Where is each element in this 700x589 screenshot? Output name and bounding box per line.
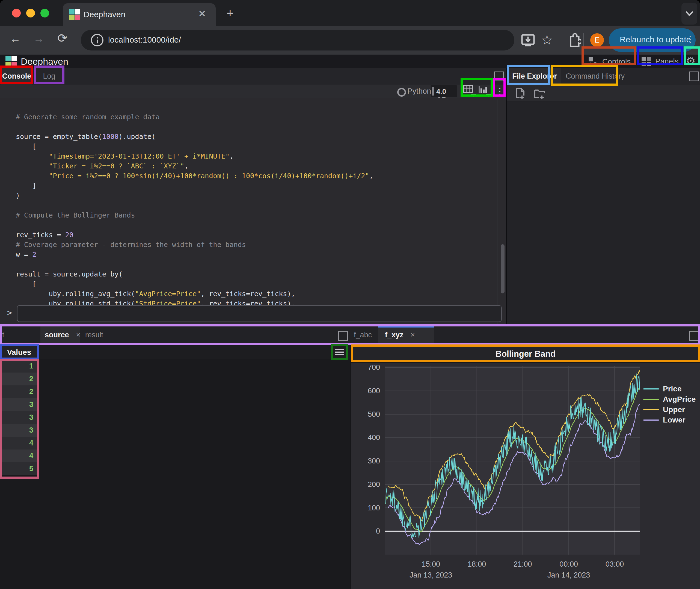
tab-console[interactable]: Console xyxy=(1,68,32,84)
install-app-icon[interactable] xyxy=(521,33,535,48)
svg-text:00:00: 00:00 xyxy=(559,560,578,568)
table-row[interactable]: 3 xyxy=(0,398,38,411)
favicon-deephaven xyxy=(69,9,80,20)
tab-search-button[interactable] xyxy=(681,3,697,25)
extensions-icon[interactable] xyxy=(567,33,581,48)
tab-f-xyz[interactable]: f_xyz × xyxy=(378,327,434,343)
svg-text:600: 600 xyxy=(368,387,380,395)
tab-close-icon[interactable]: ✕ xyxy=(198,8,206,19)
app-header: Deephaven Controls Panels ⚙ xyxy=(0,54,700,69)
relaunch-button[interactable]: Relaunch to update ⋮ xyxy=(609,28,696,52)
panels-grid-icon xyxy=(641,56,651,66)
browser-tab-title: Deephaven xyxy=(83,10,125,19)
tab-partial-t[interactable]: t xyxy=(0,327,13,343)
forward-icon[interactable]: → xyxy=(33,33,44,45)
svg-text:Jan 14, 2023: Jan 14, 2023 xyxy=(547,571,590,579)
chart-panel-maximize-icon[interactable] xyxy=(689,331,699,341)
tab-source[interactable]: source × xyxy=(40,327,80,343)
relaunch-label: Relaunch to update xyxy=(620,35,691,44)
tab-result[interactable]: result xyxy=(81,327,116,343)
back-icon[interactable]: ← xyxy=(10,33,21,45)
legend-swatch xyxy=(643,409,659,410)
file-explorer-body[interactable] xyxy=(507,103,700,325)
tab-file-explorer[interactable]: File Explorer xyxy=(508,68,561,84)
panels-button[interactable]: Panels xyxy=(641,56,679,66)
table-row[interactable]: 3 xyxy=(0,424,38,437)
code-content[interactable]: # Generate some random example data sour… xyxy=(16,112,373,319)
active-tab-indicator xyxy=(378,327,434,328)
tab-log[interactable]: Log xyxy=(35,68,63,84)
bookmark-star-icon[interactable]: ☆ xyxy=(541,32,553,47)
table-row[interactable]: 3 xyxy=(0,411,38,424)
close-icon[interactable]: × xyxy=(76,331,80,339)
browser-tab[interactable]: Deephaven ✕ xyxy=(63,3,216,26)
chart-panel: Bollinger Band 010020030040050060070015:… xyxy=(351,343,700,589)
table-row[interactable]: 1 xyxy=(0,360,38,373)
bottom-tab-strip: t source × result f_abc f_xyz × xyxy=(0,327,700,343)
legend-item-upper[interactable]: Upper xyxy=(643,404,696,415)
table-dropdown-button[interactable] xyxy=(463,85,478,98)
profile-avatar[interactable]: E xyxy=(590,33,604,47)
console-tab-row: Console Log xyxy=(0,68,506,84)
table-row[interactable]: 2 xyxy=(0,373,38,385)
table-row[interactable]: 2 xyxy=(0,385,38,398)
chevron-down-icon xyxy=(681,3,697,25)
svg-text:200: 200 xyxy=(368,480,380,488)
browser-tab-bar: Deephaven ✕ + xyxy=(0,0,700,26)
legend-item-avgprice[interactable]: AvgPrice xyxy=(643,394,696,404)
tab-command-history[interactable]: Command History xyxy=(562,68,628,84)
legend-item-price[interactable]: Price xyxy=(643,384,696,394)
relaunch-menu-icon[interactable]: ⋮ xyxy=(686,34,695,44)
tab-f-abc[interactable]: f_abc xyxy=(351,327,377,343)
table-row[interactable]: 4 xyxy=(0,449,38,462)
address-bar[interactable]: localhost:10000/ide/ xyxy=(81,30,514,50)
controls-label: Controls xyxy=(602,57,631,66)
values-column-header[interactable]: Values xyxy=(0,346,38,359)
table-panel-maximize-icon[interactable] xyxy=(338,331,348,341)
close-icon[interactable]: × xyxy=(410,331,415,339)
new-file-icon[interactable] xyxy=(515,87,527,100)
traffic-light-minimize[interactable] xyxy=(26,9,35,17)
chart-body[interactable]: 010020030040050060070015:0018:0021:0000:… xyxy=(351,363,700,589)
url-text: localhost:10000/ide/ xyxy=(108,35,181,44)
chart-dropdown-button[interactable] xyxy=(478,85,493,98)
table-row[interactable]: 5 xyxy=(0,462,38,475)
site-info-icon[interactable] xyxy=(91,34,104,47)
explorer-tab-row: File Explorer Command History xyxy=(507,68,700,84)
console-maximize-icon[interactable] xyxy=(494,71,504,81)
traffic-light-close[interactable] xyxy=(12,9,21,17)
browser-toolbar: ← → ⟳ localhost:10000/ide/ ☆ E Relaunch … xyxy=(0,26,700,54)
editor-scrollbar-thumb[interactable] xyxy=(501,244,505,293)
console-input[interactable] xyxy=(17,305,502,322)
console-prompt: > xyxy=(7,308,12,318)
svg-text:500: 500 xyxy=(368,410,380,418)
svg-text:100: 100 xyxy=(368,504,380,512)
new-folder-icon[interactable] xyxy=(534,87,547,100)
svg-text:21:00: 21:00 xyxy=(514,560,532,568)
memory-meter-bar xyxy=(432,87,434,95)
editor-scrollbar-track xyxy=(497,99,497,325)
table-row[interactable]: 4 xyxy=(0,437,38,449)
controls-button[interactable]: Controls xyxy=(587,56,631,67)
app-title: Deephaven xyxy=(21,56,68,67)
chart-title: Bollinger Band xyxy=(353,347,698,361)
new-tab-icon[interactable]: + xyxy=(227,8,234,18)
svg-text:400: 400 xyxy=(368,433,380,442)
values-table-panel: Values 122333445 xyxy=(0,343,350,589)
legend-item-lower[interactable]: Lower xyxy=(643,415,696,425)
traffic-light-zoom[interactable] xyxy=(40,9,49,17)
code-editor[interactable]: # Generate some random example data sour… xyxy=(0,98,506,325)
deephaven-logo-icon xyxy=(5,56,17,67)
shapes-icon xyxy=(587,56,598,67)
svg-text:300: 300 xyxy=(368,457,380,465)
screen: Deephaven ✕ + ← → ⟳ localhost:10000/ide/… xyxy=(0,0,700,589)
panel-divider[interactable] xyxy=(506,68,507,325)
explorer-maximize-icon[interactable] xyxy=(689,71,699,81)
svg-text:0: 0 xyxy=(376,527,380,535)
reload-icon[interactable]: ⟳ xyxy=(57,31,67,45)
legend-swatch xyxy=(643,419,659,421)
table-menu-hamburger-icon[interactable] xyxy=(335,349,344,356)
console-overflow-menu-icon[interactable]: ⋮ xyxy=(495,86,505,96)
svg-text:18:00: 18:00 xyxy=(468,560,486,568)
settings-gear-icon[interactable]: ⚙ xyxy=(686,54,696,67)
